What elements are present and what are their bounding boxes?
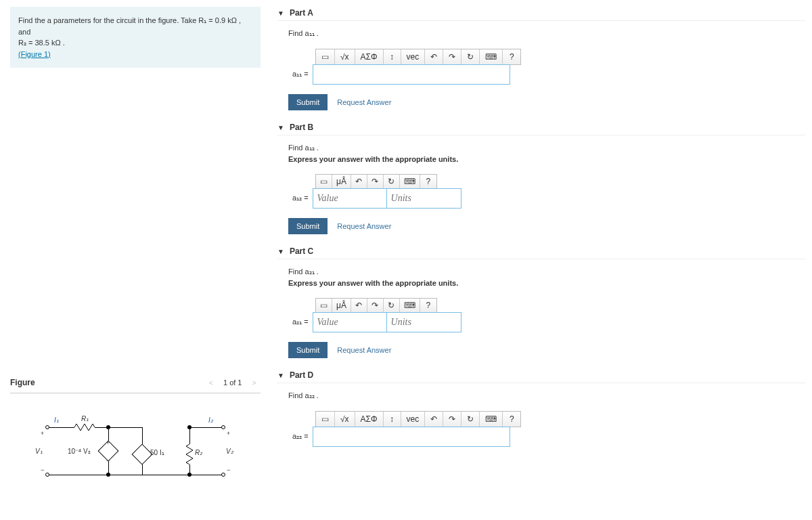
fig-next[interactable]: > [248,378,261,387]
part-c-instr1: Find a₂₁ . [288,267,805,276]
redo-icon[interactable]: ↷ [443,49,461,64]
redo-d-icon[interactable]: ↷ [443,412,461,427]
part-a-toolbar: ▭ √x ΑΣΦ ↕ vec ↶ ↷ ↻ ⌨ ? [315,49,521,65]
undo-c-icon[interactable]: ↶ [351,299,367,312]
part-a-submit[interactable]: Submit [288,94,328,110]
fig-prev[interactable]: < [204,378,217,387]
figure-link[interactable]: (Figure 1) [18,50,51,58]
figure-title: Figure [10,378,35,387]
part-c-toolbar: ▭ μÅ ↶ ↷ ↻ ⌨ ? [315,298,437,313]
redo-b-icon[interactable]: ↷ [367,175,384,188]
tool-subscript-d[interactable]: ↕ [384,412,401,427]
part-a-input[interactable] [313,64,510,85]
part-c-instr2: Express your answer with the appropriate… [288,279,805,287]
part-b-request[interactable]: Request Answer [337,222,391,230]
part-a-label: a₁₁ = [288,64,313,85]
label-dep-i: 50 I₁ [150,449,164,456]
part-a-request[interactable]: Request Answer [337,98,391,106]
prompt-line2: R₂ = 38.5 kΩ . [18,39,65,47]
part-b-label: a₁₂ = [288,188,313,209]
label-v2: V₂ [226,448,233,455]
tool-templates-icon[interactable]: ▭ [316,49,335,64]
keyboard-d-icon[interactable]: ⌨ [480,412,503,427]
part-c-value-input[interactable] [313,312,387,332]
reset-c-icon[interactable]: ↻ [384,299,400,312]
keyboard-b-icon[interactable]: ⌨ [400,175,420,188]
part-c-submit[interactable]: Submit [288,342,328,358]
prompt-line1: Find the a parameters for the circuit in… [18,16,241,36]
figure-nav: < 1 of 1 > [204,378,261,387]
part-d-input[interactable] [313,427,510,447]
reset-d-icon[interactable]: ↻ [461,412,480,427]
undo-b-icon[interactable]: ↶ [351,175,367,188]
help-c-icon[interactable]: ? [420,299,436,312]
tool-vec[interactable]: vec [401,49,426,64]
caret-part-d[interactable]: ▼ [277,372,284,379]
tool-sqrt-d[interactable]: √x [335,412,355,427]
tool-templates-b-icon[interactable]: ▭ [316,175,332,188]
undo-d-icon[interactable]: ↶ [425,412,443,427]
tool-units-c[interactable]: μÅ [332,299,351,312]
tool-templates-d-icon[interactable]: ▭ [316,412,335,427]
help-d-icon[interactable]: ? [503,412,520,427]
label-i2: I₂ [208,416,213,424]
label-dep-v: 10⁻⁴ V₂ [68,448,91,455]
label-i1: I₁ [54,416,59,424]
part-b-units-input[interactable] [387,188,461,209]
reset-icon[interactable]: ↻ [461,49,480,64]
undo-icon[interactable]: ↶ [425,49,443,64]
part-a-instr: Find a₁₁ . [288,29,805,38]
circuit-figure: + − I₁ I₂ R₁ R₂ [10,393,261,501]
tool-units-b[interactable]: μÅ [332,175,351,188]
label-v1: V₁ [35,448,43,455]
part-c-units-input[interactable] [387,312,461,332]
tool-greek-d[interactable]: ΑΣΦ [355,412,384,427]
reset-b-icon[interactable]: ↻ [384,175,400,188]
redo-c-icon[interactable]: ↷ [367,299,384,312]
part-c-title: Part C [290,246,313,256]
label-r1: R₁ [81,415,89,422]
part-b-submit[interactable]: Submit [288,218,328,234]
help-b-icon[interactable]: ? [420,175,436,188]
part-b-instr1: Find a₁₂ . [288,144,805,152]
caret-part-c[interactable]: ▼ [277,248,284,255]
tool-templates-c-icon[interactable]: ▭ [316,299,332,312]
fig-counter: 1 of 1 [219,378,246,387]
keyboard-icon[interactable]: ⌨ [480,49,503,64]
part-c-request[interactable]: Request Answer [337,346,391,354]
part-d-label: a₂₂ = [288,427,313,447]
part-a-title: Part A [290,8,313,18]
keyboard-c-icon[interactable]: ⌨ [400,299,420,312]
problem-prompt: Find the a parameters for the circuit in… [10,7,261,68]
part-d-toolbar: ▭ √x ΑΣΦ ↕ vec ↶ ↷ ↻ ⌨ ? [315,411,521,427]
label-r2: R₂ [195,449,202,456]
caret-part-b[interactable]: ▼ [277,124,284,131]
help-icon[interactable]: ? [503,49,520,64]
tool-subscript[interactable]: ↕ [384,49,401,64]
tool-vec-d[interactable]: vec [401,412,426,427]
part-b-title: Part B [290,123,313,132]
part-b-instr2: Express your answer with the appropriate… [288,155,805,163]
part-b-value-input[interactable] [313,188,387,209]
tool-greek[interactable]: ΑΣΦ [355,49,384,64]
part-b-toolbar: ▭ μÅ ↶ ↷ ↻ ⌨ ? [315,174,437,189]
tool-sqrt[interactable]: √x [335,49,355,64]
part-d-title: Part D [290,370,313,380]
part-d-instr: Find a₂₂ . [288,391,805,400]
part-c-label: a₂₁ = [288,312,313,332]
caret-part-a[interactable]: ▼ [277,9,284,17]
